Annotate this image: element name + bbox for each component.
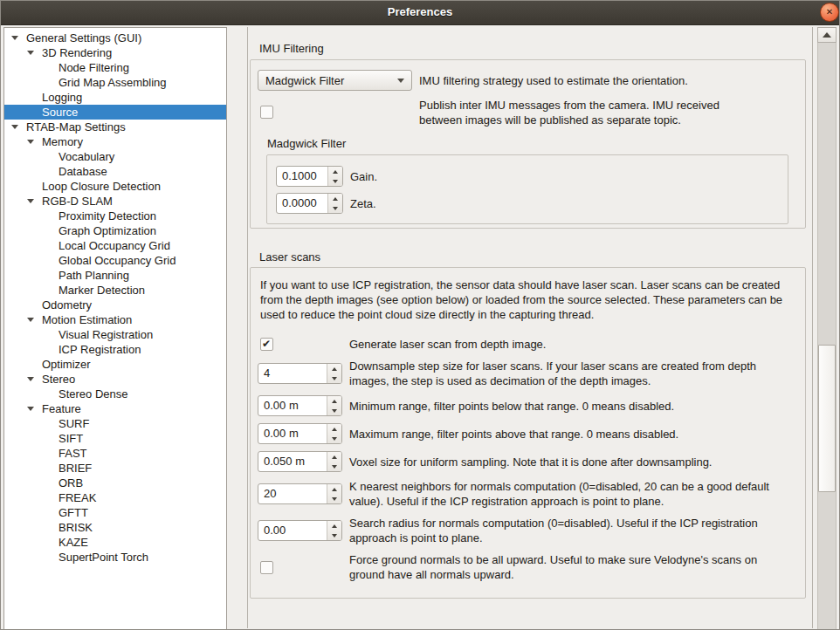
spin-up-icon[interactable] [327,452,341,462]
zeta-spinbox[interactable]: 0.0000 [276,193,343,214]
tree-item-grid-map-assembling[interactable]: Grid Map Assembling [4,75,226,90]
tree-item-visual-registration[interactable]: Visual Registration [4,327,226,342]
spin-down-icon[interactable] [327,494,341,503]
tree-item-database[interactable]: Database [4,164,226,179]
imu-filtering-group: Madgwick Filter IMU filtering strategy u… [250,59,806,229]
tree-item-rgb-d-slam[interactable]: RGB-D SLAM [4,194,226,209]
max-range-spinbox[interactable]: 0.00 m [258,423,342,444]
spin-down-icon[interactable] [327,406,341,415]
tree-item-sift[interactable]: SIFT [4,431,226,446]
gain-value[interactable]: 0.1000 [277,167,327,186]
field-description: Force ground normals to be all upward. U… [349,552,790,582]
expander-icon[interactable] [27,407,34,411]
scrollbar-thumb[interactable] [818,345,836,492]
tree-item-label: Vocabulary [59,150,114,163]
settings-tree[interactable]: General Settings (GUI) 3D Rendering Node… [3,27,227,630]
normals-k-spinbox-row: 20 K nearest neighbors for normals compu… [258,479,798,509]
expander-icon[interactable] [27,51,34,55]
tree-item-optimizer[interactable]: Optimizer [4,357,226,372]
scroll-up-button[interactable] [817,27,837,43]
tree-item-loop-closure-detection[interactable]: Loop Closure Detection [4,179,226,194]
spin-up-icon[interactable] [327,521,341,531]
spin-up-icon[interactable] [327,424,341,434]
tree-item-supertpoint-torch[interactable]: SupertPoint Torch [4,550,226,565]
tree-item-source[interactable]: Source [4,105,226,120]
max-range-spinbox-row: 0.00 m Maximum range, filter points abov… [258,423,798,444]
tree-item-gftt[interactable]: GFTT [4,505,226,520]
voxel-size-spinbox[interactable]: 0.050 m [258,451,342,472]
spin-up-icon[interactable] [328,167,342,176]
tree-item-odometry[interactable]: Odometry [4,298,226,312]
tree-item-freak[interactable]: FREAK [4,490,226,505]
tree-item-label: RGB-D SLAM [42,195,113,208]
tree-item-proximity-detection[interactable]: Proximity Detection [4,209,226,223]
spin-down-icon[interactable] [327,531,341,540]
scrollbar-track[interactable] [817,43,837,630]
close-button[interactable]: ✕ [820,3,839,22]
normals-k-spinbox[interactable]: 20 [258,483,342,504]
normals-radius-spinbox[interactable]: 0.00 [258,520,342,541]
spin-down-icon[interactable] [328,203,342,213]
tree-item-path-planning[interactable]: Path Planning [4,268,226,283]
expander-icon[interactable] [27,199,34,203]
spin-up-icon[interactable] [327,364,341,373]
tree-item-logging[interactable]: Logging [4,90,226,105]
min-range-spinbox[interactable]: 0.00 m [258,395,342,416]
chevron-down-icon [397,79,404,83]
expander-icon[interactable] [27,140,34,144]
tree-item-brisk[interactable]: BRISK [4,520,226,535]
spinbox-value[interactable]: 20 [258,484,327,503]
gain-spinbox[interactable]: 0.1000 [276,166,343,187]
spin-down-icon[interactable] [327,462,341,471]
tree-item-motion-estimation[interactable]: Motion Estimation [4,312,226,327]
tree-item-graph-optimization[interactable]: Graph Optimization [4,223,226,238]
tree-item-label: SupertPoint Torch [59,551,148,564]
tree-item-3d-rendering[interactable]: 3D Rendering [4,45,226,60]
expander-icon[interactable] [11,125,18,129]
tree-item-global-occupancy-grid[interactable]: Global Occupancy Grid [4,253,226,268]
tree-item-feature[interactable]: Feature [4,401,226,416]
tree-item-label: Graph Optimization [59,224,156,237]
imu-publish-description: Publish inter IMU messages from the came… [419,98,754,127]
zeta-value[interactable]: 0.0000 [277,194,327,213]
tree-item-memory[interactable]: Memory [4,134,226,149]
tree-item-label: Feature [42,402,81,415]
vertical-scrollbar[interactable] [817,27,837,630]
tree-item-orb[interactable]: ORB [4,476,226,490]
tree-item-brief[interactable]: BRIEF [4,461,226,476]
spin-down-icon[interactable] [328,176,342,186]
tree-item-general-settings-gui[interactable]: General Settings (GUI) [4,31,226,45]
expander-icon[interactable] [27,377,34,381]
titlebar[interactable]: Preferences ✕ [0,0,840,25]
spinbox-value[interactable]: 0.00 m [258,424,327,443]
spin-up-icon[interactable] [327,484,341,494]
spin-up-icon[interactable] [328,194,342,203]
expander-icon[interactable] [11,36,18,40]
tree-item-stereo[interactable]: Stereo [4,372,226,387]
spin-down-icon[interactable] [327,434,341,443]
imu-strategy-dropdown[interactable]: Madgwick Filter [258,70,412,91]
tree-item-stereo-dense[interactable]: Stereo Dense [4,387,226,401]
tree-item-node-filtering[interactable]: Node Filtering [4,60,226,75]
spinbox-value[interactable]: 0.050 m [258,452,327,471]
tree-item-fast[interactable]: FAST [4,446,226,461]
tree-item-vocabulary[interactable]: Vocabulary [4,149,226,164]
spin-down-icon[interactable] [327,373,341,383]
tree-item-icp-registration[interactable]: ICP Registration [4,342,226,357]
tree-item-kaze[interactable]: KAZE [4,535,226,550]
tree-item-surf[interactable]: SURF [4,416,226,431]
tree-item-rtab-map-settings[interactable]: RTAB-Map Settings [4,120,226,134]
tree-item-label: Path Planning [59,269,129,282]
expander-icon[interactable] [27,318,34,322]
spinbox-value[interactable]: 0.00 [258,521,327,540]
spinbox-value[interactable]: 4 [258,364,327,383]
force-ground-normals-checkbox[interactable] [260,561,273,574]
spinbox-value[interactable]: 0.00 m [258,396,327,415]
downsample-step-spinbox[interactable]: 4 [258,363,342,384]
publish-imu-checkbox[interactable] [260,106,273,119]
generate-scan-checkbox[interactable] [260,338,273,351]
tree-item-local-occupancy-grid[interactable]: Local Occupancy Grid [4,238,226,253]
spin-up-icon[interactable] [327,396,341,406]
window-title: Preferences [0,0,840,24]
tree-item-marker-detection[interactable]: Marker Detection [4,283,226,298]
